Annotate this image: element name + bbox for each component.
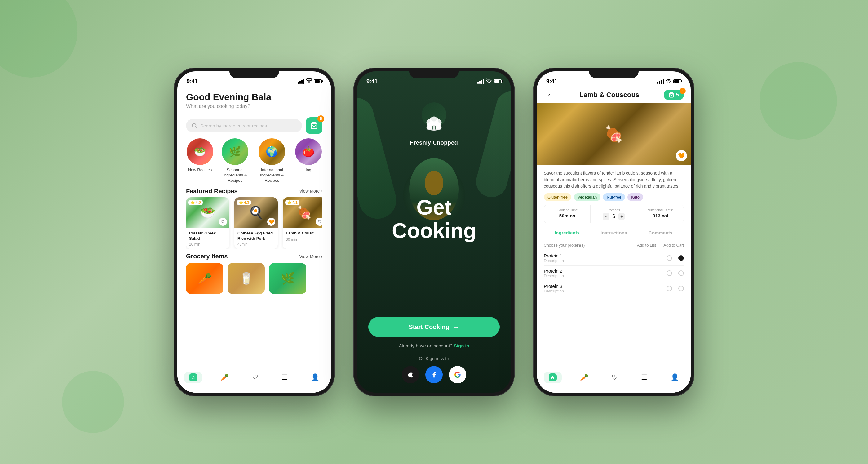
category-new-recipes[interactable]: 🥗 New Recipes <box>186 138 214 183</box>
phone2-screen: 9:41 <box>357 71 511 393</box>
recipe-heart-1[interactable]: ♡ <box>219 218 227 226</box>
nav3-favorites[interactable]: ♡ <box>607 372 623 383</box>
add-to-cart-label: Add to Cart <box>663 243 684 248</box>
cart-badge: 5 <box>317 115 324 122</box>
recipe-time-3: 30 min <box>286 237 322 242</box>
or-sign-in-text: Or Sign in with <box>419 356 449 361</box>
recipe-card-fried-rice[interactable]: 🍳 ⭐4.3 🧡 Chinese Egg Fried Rice with Por… <box>235 197 278 250</box>
protein-3-cart-radio[interactable] <box>678 286 684 291</box>
svg-line-1 <box>195 126 196 127</box>
phone3-bottom-nav: 🥕 ♡ ☰ 👤 <box>537 367 691 393</box>
category-seasonal[interactable]: 🌿 Seasonal Ingredients & Recipes <box>221 138 250 183</box>
choose-protein-label: Choose your protein(s) <box>544 243 585 248</box>
person-icon-3: 👤 <box>671 373 679 381</box>
phones-container: 9:41 <box>0 0 868 464</box>
nav3-ingredients[interactable]: 🥕 <box>575 372 593 383</box>
google-icon <box>454 371 461 378</box>
facebook-signin-button[interactable] <box>425 366 443 383</box>
recipe-heart-2[interactable]: 🧡 <box>267 218 275 226</box>
search-placeholder: Search by ingredients or recipes <box>200 123 267 128</box>
nav-list[interactable]: ☰ <box>277 372 292 383</box>
grocery-item-carrot[interactable]: 🥕 <box>186 263 223 294</box>
tag-keto[interactable]: Keto <box>627 193 643 201</box>
category-other[interactable]: 🍅 Ing <box>294 138 322 183</box>
nav3-home[interactable] <box>544 372 562 383</box>
phone3-status-right <box>657 79 681 84</box>
cooking-time-label: Cooking Time <box>547 208 588 212</box>
recipe-img-lamb: 🍖 ⭐4.1 ♡ <box>283 197 322 228</box>
nav-home[interactable] <box>184 372 202 383</box>
add-to-list-label: Add to List <box>637 243 656 248</box>
recipe-cart-count: 5 <box>676 92 679 98</box>
portions-minus[interactable]: - <box>602 213 610 220</box>
recipe-description: Savor the succulent flavors of tender la… <box>544 170 684 190</box>
nav3-profile[interactable]: 👤 <box>665 372 684 383</box>
lamb-hero-image: 🍖 <box>537 103 691 165</box>
grocery-title: Grocery Items <box>186 253 228 260</box>
tab-comments[interactable]: Comments <box>637 227 684 239</box>
nutrition-value: 313 cal <box>640 213 681 219</box>
start-cooking-button[interactable]: Start Cooking → <box>368 317 500 337</box>
tag-vegetarian[interactable]: Vegetarian <box>574 193 600 201</box>
recipe-tags: Gluten-free Vegetarian Nut-free Keto <box>544 193 684 201</box>
signin-text: Already have an account? Sign in <box>399 343 469 348</box>
search-icon <box>192 123 197 128</box>
category-international[interactable]: 🌍 International Ingredients & Recipes <box>256 138 288 183</box>
recipe-cart-button[interactable]: 5 • <box>664 90 684 100</box>
ingredients-header: Choose your protein(s) Add to List Add t… <box>544 243 684 248</box>
recipe-heart-3[interactable]: ♡ <box>316 218 322 226</box>
nav-profile[interactable]: 👤 <box>306 372 324 383</box>
protein-3-list-radio[interactable] <box>666 286 672 291</box>
carrot-icon-3: 🥕 <box>580 373 588 381</box>
view-more-grocery[interactable]: View More › <box>299 254 322 259</box>
recipe-cards: 🥗 ⭐4.0 ♡ Classic Greek Salad 20 min <box>186 197 322 250</box>
tab-ingredients[interactable]: Ingredients <box>544 227 591 239</box>
portions-plus[interactable]: + <box>618 213 625 220</box>
home-icon-3 <box>549 373 557 381</box>
search-row: Search by ingredients or recipes 5 <box>186 117 322 134</box>
grocery-item-milk[interactable]: 🥛 <box>227 263 265 294</box>
protein-1-cart-radio[interactable] <box>678 255 684 261</box>
featured-section-header: Featured Recipes View More › <box>186 187 322 195</box>
phone3-screen: 9:41 <box>537 71 691 393</box>
app-name: Freshly Chopped <box>410 140 458 146</box>
recipe-img-fried-rice: 🍳 ⭐4.3 🧡 <box>235 197 278 228</box>
google-signin-button[interactable] <box>449 366 466 383</box>
protein-2-controls <box>666 270 684 276</box>
recipe-card-lamb[interactable]: 🍖 ⭐4.1 ♡ Lamb & Cousc 30 min <box>283 197 322 250</box>
cart-orange-badge: • <box>680 88 686 94</box>
recipe-favorite-button[interactable]: 🧡 <box>676 150 687 161</box>
list-icon-3: ☰ <box>641 373 647 381</box>
greeting-title: Good Evening Bala <box>186 92 322 103</box>
tag-nut-free[interactable]: Nut-free <box>603 193 625 201</box>
protein-2-name: Protein 2 <box>544 268 564 273</box>
nav3-list[interactable]: ☰ <box>636 372 652 383</box>
protein-2-cart-radio[interactable] <box>678 270 684 276</box>
recipe-card-greek-salad[interactable]: 🥗 ⭐4.0 ♡ Classic Greek Salad 20 min <box>186 197 229 250</box>
protein-1-list-radio[interactable] <box>666 255 672 261</box>
back-button[interactable]: ‹ <box>544 89 555 100</box>
signin-link[interactable]: Sign in <box>454 343 469 348</box>
svg-point-0 <box>192 123 196 127</box>
grocery-item-herb[interactable]: 🌿 <box>269 263 306 294</box>
protein-2-list-radio[interactable] <box>666 270 672 276</box>
recipe-hero-image: 🍖 🧡 <box>537 103 691 165</box>
cart-button[interactable]: 5 <box>306 117 322 134</box>
tab-instructions[interactable]: Instructions <box>591 227 638 239</box>
protein-3-name: Protein 3 <box>544 284 564 289</box>
phone1-time: 9:41 <box>187 78 198 85</box>
home-icon <box>189 373 197 381</box>
nav-ingredients[interactable]: 🥕 <box>215 372 234 383</box>
category-label-2: Seasonal Ingredients & Recipes <box>221 168 250 183</box>
carrot-icon: 🥕 <box>220 373 229 381</box>
view-more-featured[interactable]: View More › <box>299 188 322 194</box>
search-bar[interactable]: Search by ingredients or recipes <box>186 119 302 132</box>
tag-gluten-free[interactable]: Gluten-free <box>544 193 571 201</box>
portions-label: Portions <box>593 208 634 212</box>
apple-signin-button[interactable] <box>402 366 419 383</box>
recipe-time-2: 45min <box>238 242 275 246</box>
phone2-status-right <box>477 79 502 84</box>
nav-favorites[interactable]: ♡ <box>247 372 263 383</box>
portions-meta: Portions - 6 + <box>591 205 637 223</box>
phone3-wifi-icon <box>666 79 672 84</box>
